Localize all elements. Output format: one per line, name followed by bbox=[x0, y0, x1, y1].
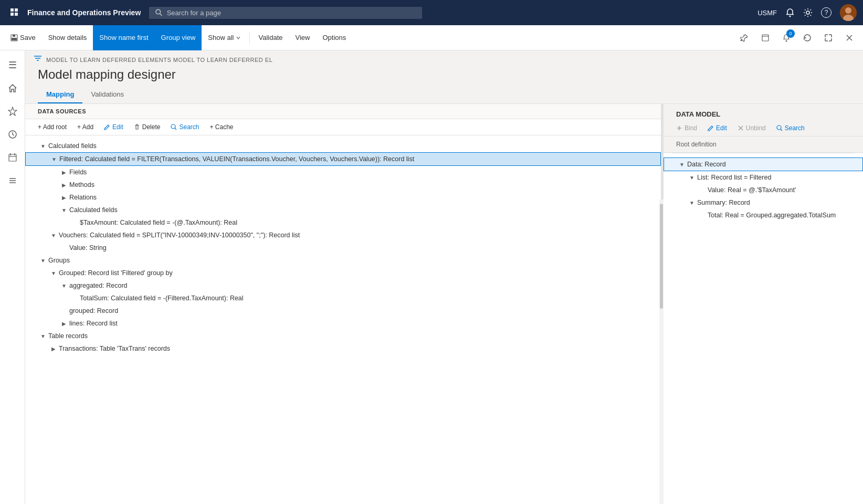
delete-label: Delete bbox=[142, 123, 161, 131]
cache-button[interactable]: + Cache bbox=[205, 121, 237, 133]
search-dm-button[interactable]: Search bbox=[772, 122, 809, 134]
tree-toggle-table-records-root[interactable]: ▼ bbox=[38, 331, 48, 341]
tree-toggle-relations[interactable]: ▶ bbox=[59, 192, 69, 203]
tree-toggle-fields[interactable]: ▶ bbox=[59, 167, 69, 177]
bell-icon[interactable] bbox=[785, 8, 795, 17]
dm-tree-item-value-real[interactable]: Value: Real = @.'$TaxAmount' bbox=[664, 184, 863, 196]
sidebar-home-icon[interactable] bbox=[2, 78, 23, 99]
edit-ds-button[interactable]: Edit bbox=[100, 121, 128, 133]
global-search-box[interactable] bbox=[149, 7, 422, 19]
dm-tree-label-list: List: Record list = Filtered bbox=[697, 174, 859, 181]
view-button[interactable]: View bbox=[289, 25, 316, 50]
sidebar-star-icon[interactable] bbox=[2, 101, 23, 122]
tree-toggle-methods[interactable]: ▶ bbox=[59, 180, 69, 190]
sidebar-list-icon[interactable] bbox=[2, 170, 23, 191]
close-button[interactable] bbox=[840, 28, 859, 47]
tree-label-fields: Fields bbox=[69, 169, 657, 176]
group-view-button[interactable]: Group view bbox=[155, 25, 202, 50]
tree-item-calc-sub[interactable]: ▼ Calculated fields bbox=[25, 204, 661, 216]
tab-validations[interactable]: Validations bbox=[82, 86, 132, 103]
tree-item-relations[interactable]: ▶ Relations bbox=[25, 191, 661, 204]
add-button[interactable]: + Add bbox=[73, 121, 98, 133]
tree-toggle-transactions[interactable]: ▶ bbox=[48, 343, 59, 354]
tree-item-aggregated[interactable]: ▼ aggregated: Record bbox=[25, 279, 661, 292]
tree-label-table-records-root: Table records bbox=[48, 332, 657, 340]
sidebar-hamburger-icon[interactable]: ☰ bbox=[2, 55, 23, 76]
window-button[interactable] bbox=[756, 28, 775, 47]
options-label: Options bbox=[322, 34, 346, 41]
tree-toggle-grouped[interactable]: ▼ bbox=[48, 268, 59, 278]
search-ds-icon bbox=[171, 124, 177, 130]
tree-toggle-vouchers[interactable]: ▼ bbox=[48, 230, 59, 240]
search-ds-button[interactable]: Search bbox=[166, 121, 203, 133]
sidebar-clock-icon[interactable] bbox=[2, 124, 23, 145]
dm-tree-item-list[interactable]: ▼ List: Record list = Filtered bbox=[664, 171, 863, 184]
tree-item-fields[interactable]: ▶ Fields bbox=[25, 166, 661, 178]
data-sources-tree[interactable]: ▼ Calculated fields ▼ Filtered: Calculat… bbox=[25, 135, 661, 504]
notification-button[interactable]: 0 bbox=[777, 28, 796, 47]
save-button[interactable]: Save bbox=[4, 25, 42, 50]
tree-item-filtered[interactable]: ▼ Filtered: Calculated field = FILTER(Tr… bbox=[25, 152, 661, 166]
tree-toggle-groups-root[interactable]: ▼ bbox=[38, 255, 48, 266]
help-icon[interactable]: ? bbox=[821, 7, 832, 18]
dm-tree-item-summary[interactable]: ▼ Summary: Record bbox=[664, 196, 863, 209]
bind-icon bbox=[676, 125, 682, 131]
show-details-button[interactable]: Show details bbox=[42, 25, 93, 50]
expand-button[interactable] bbox=[819, 28, 838, 47]
show-name-first-button[interactable]: Show name first bbox=[93, 25, 154, 50]
dm-tree-toggle-data-record[interactable]: ▼ bbox=[677, 159, 687, 170]
unbind-button[interactable]: Unbind bbox=[733, 122, 770, 134]
tree-toggle-lines[interactable]: ▶ bbox=[59, 318, 69, 329]
bind-button[interactable]: Bind bbox=[672, 122, 701, 134]
tree-item-table-records-root[interactable]: ▼ Table records bbox=[25, 330, 661, 342]
edit-dm-button[interactable]: Edit bbox=[703, 122, 731, 134]
tree-item-value-string[interactable]: Value: String bbox=[25, 242, 661, 254]
tree-toggle-taxamount bbox=[69, 217, 80, 228]
tree-item-totalsum[interactable]: TotalSum: Calculated field = -(Filtered.… bbox=[25, 292, 661, 304]
dm-tree-item-total[interactable]: Total: Real = Grouped.aggregated.TotalSu… bbox=[664, 209, 863, 222]
show-all-button[interactable]: Show all bbox=[202, 25, 247, 50]
svg-point-16 bbox=[786, 40, 787, 41]
sidebar-calendar-icon[interactable] bbox=[2, 147, 23, 168]
gear-icon[interactable] bbox=[803, 8, 813, 17]
dm-tree-toggle-list[interactable]: ▼ bbox=[687, 172, 697, 183]
add-root-button[interactable]: + Add root bbox=[34, 121, 71, 133]
tree-toggle-calc-sub[interactable]: ▼ bbox=[59, 205, 69, 215]
global-search-input[interactable] bbox=[167, 9, 416, 17]
validate-button[interactable]: Validate bbox=[252, 25, 289, 50]
tree-item-grouped-record[interactable]: grouped: Record bbox=[25, 304, 661, 317]
search-ds-label: Search bbox=[179, 123, 199, 131]
root-definition-label: Root definition bbox=[664, 136, 863, 153]
refresh-button[interactable] bbox=[798, 28, 817, 47]
tree-toggle-calc-root[interactable]: ▼ bbox=[38, 141, 48, 151]
tree-item-taxamount[interactable]: $TaxAmount: Calculated field = -(@.TaxAm… bbox=[25, 216, 661, 229]
toolbar-right-actions: 0 bbox=[735, 28, 859, 47]
tree-toggle-aggregated[interactable]: ▼ bbox=[59, 280, 69, 291]
content-area: MODEL TO LEARN DEFERRED ELEMENTS MODEL T… bbox=[25, 50, 863, 504]
data-model-tree[interactable]: ▼ Data: Record ▼ List: Record list = Fil… bbox=[664, 153, 863, 504]
tree-label-totalsum: TotalSum: Calculated field = -(Filtered.… bbox=[80, 295, 657, 302]
tree-item-calculated-fields-root[interactable]: ▼ Calculated fields bbox=[25, 140, 661, 152]
tree-item-vouchers[interactable]: ▼ Vouchers: Calculated field = SPLIT("IN… bbox=[25, 229, 661, 242]
tree-toggle-filtered[interactable]: ▼ bbox=[49, 154, 59, 164]
svg-rect-1 bbox=[15, 8, 18, 12]
tree-toggle-totalsum bbox=[69, 293, 80, 303]
tree-item-groups-root[interactable]: ▼ Groups bbox=[25, 254, 661, 267]
dm-tree-toggle-summary[interactable]: ▼ bbox=[687, 197, 697, 208]
tree-item-lines[interactable]: ▶ lines: Record list bbox=[25, 317, 661, 330]
user-avatar[interactable] bbox=[840, 4, 857, 21]
pin-button[interactable] bbox=[735, 28, 754, 47]
options-button[interactable]: Options bbox=[316, 25, 352, 50]
svg-point-7 bbox=[806, 11, 809, 14]
left-panel-scrollbar[interactable] bbox=[659, 200, 661, 504]
delete-button[interactable]: Delete bbox=[130, 121, 165, 133]
dm-tree-label-data-record: Data: Record bbox=[687, 161, 858, 168]
app-grid-icon[interactable] bbox=[6, 4, 23, 21]
tree-item-transactions[interactable]: ▶ Transactions: Table 'TaxTrans' records bbox=[25, 342, 661, 355]
filter-icon[interactable] bbox=[34, 55, 42, 65]
tab-mapping[interactable]: Mapping bbox=[38, 86, 82, 103]
tree-item-methods[interactable]: ▶ Methods bbox=[25, 178, 661, 191]
dm-tree-item-data-record[interactable]: ▼ Data: Record bbox=[664, 158, 863, 171]
delete-icon bbox=[134, 124, 140, 130]
tree-item-grouped[interactable]: ▼ Grouped: Record list 'Filtered' group … bbox=[25, 267, 661, 279]
